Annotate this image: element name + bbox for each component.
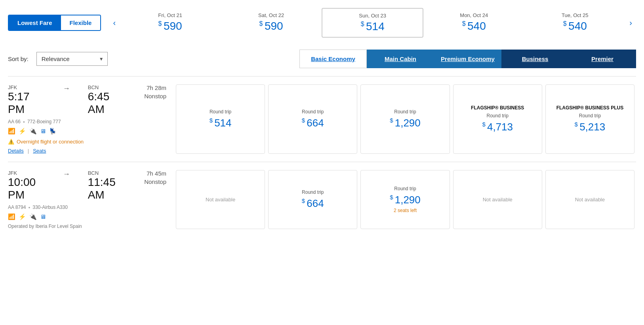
date-label: Tue, Oct 25 [527,12,623,18]
date-cell-4[interactable]: Tue, Oct 25 $ 540 [524,8,625,38]
sort-label: Sort by: [8,55,29,62]
tv-icon: 🖥 [40,213,46,220]
links-row: Details | Seats [8,148,166,154]
price-amount: $ 1,290 [390,117,421,129]
page-wrapper: Lowest Fare Flexible ‹ Fri, Oct 21 $ 590… [0,0,644,325]
lowest-fare-button[interactable]: Lowest Fare [9,15,61,30]
price-cell-1[interactable]: Round trip $ 664 [268,84,357,154]
power-icon: ⚡ [19,213,26,220]
date-price: $ 590 [122,20,218,32]
cabin-header-business[interactable]: Business [501,50,569,68]
price-amount: $ 664 [302,117,324,129]
arrow-icon: → [61,170,72,178]
round-trip-label: Round trip [394,186,416,191]
not-available-text: Not available [575,197,605,203]
seats-link[interactable]: Seats [33,148,46,154]
fare-toggle: Lowest Fare Flexible [8,15,101,31]
date-price: $ 540 [426,20,522,32]
flight-duration: 7h 28m [144,84,166,91]
cabin-header-premier[interactable]: Premier [569,50,636,68]
prev-date-arrow[interactable]: ‹ [109,18,120,27]
dot-separator: ● [28,206,30,209]
flights-container: JFK 5:17 PM → BCN 6:45 AM 7h 28m Nonstop… [8,76,636,233]
round-trip-label: Round trip [210,109,231,115]
overnight-text: Overnight flight or connection [17,139,84,145]
date-cell-3[interactable]: Mon, Oct 24 $ 540 [423,8,524,38]
link-separator: | [28,148,29,154]
arrow-icon: → [61,84,72,93]
operated-by: Operated by Iberia For Level Spain [8,224,166,229]
dest-code: BCN [88,84,124,90]
arrive-time: 6:45 AM [88,90,124,116]
depart-time: 10:00 PM [8,176,45,201]
usb-icon: 🔌 [29,128,37,135]
sort-select[interactable]: RelevancePriceDurationDepartureArrival [36,52,108,66]
flight-row-1: JFK 10:00 PM → BCN 11:45 AM 7h 45m Nonst… [8,162,636,233]
round-trip-label: Round trip [487,113,509,119]
arrive-time: 11:45 AM [88,176,124,201]
wifi-icon: 📶 [8,213,15,220]
details-link[interactable]: Details [8,148,24,154]
date-label: Fri, Oct 21 [122,12,218,18]
price-cell-2[interactable]: Round trip $ 1,290 [360,84,450,154]
tv-icon: 🖥 [40,128,46,135]
cabin-name: FLAGSHIP® BUSINESS [471,105,524,111]
date-cell-1[interactable]: Sat, Oct 22 $ 590 [221,8,322,38]
warning-icon: ⚠️ [8,139,14,145]
nonstop-label: Nonstop [144,93,166,99]
not-available-text: Not available [483,197,513,203]
price-cell-2[interactable]: Round trip $ 1,290 2 seats left [360,170,450,229]
round-trip-label: Round trip [302,189,324,195]
price-amount: $ 1,290 [390,194,421,206]
price-amount: $ 4,713 [482,121,513,133]
amenities: 📶⚡🔌🖥 [8,213,166,220]
price-cell-3-unavailable: Not available [453,170,542,229]
sort-select-wrapper: RelevancePriceDurationDepartureArrival ▼ [36,52,108,66]
flight-meta: AA 66 ● 772-Boeing 777 [8,119,166,124]
cabin-name: FLAGSHIP® BUSINESS PLUS [556,105,624,111]
price-cell-1[interactable]: Round trip $ 664 [268,170,357,229]
aircraft-type: 330-Airbus A330 [32,205,68,210]
flight-row-0: JFK 5:17 PM → BCN 6:45 AM 7h 28m Nonstop… [8,76,636,158]
cabin-header-main-cabin[interactable]: Main Cabin [367,50,434,68]
date-label: Mon, Oct 24 [426,12,522,18]
next-date-arrow[interactable]: › [625,18,636,27]
price-cell-0-unavailable: Not available [176,170,265,229]
price-cell-4-unavailable: Not available [545,170,634,229]
date-cell-2[interactable]: Sun, Oct 23 $ 514 [322,8,423,38]
round-trip-label: Round trip [394,109,416,115]
nonstop-label: Nonstop [144,178,166,185]
flight-info: JFK 5:17 PM → BCN 6:45 AM 7h 28m Nonstop… [8,84,174,154]
date-nav: ‹ Fri, Oct 21 $ 590 Sat, Oct 22 $ 590 Su… [109,8,636,38]
date-cells: Fri, Oct 21 $ 590 Sat, Oct 22 $ 590 Sun,… [120,8,625,38]
price-amount: $ 514 [210,117,232,129]
flexible-button[interactable]: Flexible [61,15,101,30]
usb-icon: 🔌 [29,213,37,220]
date-cell-0[interactable]: Fri, Oct 21 $ 590 [120,8,221,38]
cabin-header-premium-economy[interactable]: Premium Economy [434,50,501,68]
origin-code: JFK [8,170,45,176]
aircraft-type: 772-Boeing 777 [27,119,61,124]
price-cells: Not available Round trip $ 664 Round tri… [174,170,636,229]
round-trip-label: Round trip [579,113,601,119]
depart-time: 5:17 PM [8,90,45,116]
dot-separator: ● [23,120,25,124]
seat-icon: 💺 [49,128,57,135]
price-cell-4[interactable]: FLAGSHIP® BUSINESS PLUS Round trip $ 5,2… [545,84,634,154]
price-amount: $ 5,213 [575,121,606,133]
price-cell-0[interactable]: Round trip $ 514 [176,84,265,154]
date-label: Sat, Oct 22 [223,12,319,18]
price-amount: $ 664 [302,197,324,210]
date-price: $ 590 [223,20,319,32]
flight-number: AA 8794 [8,205,26,210]
flight-info: JFK 10:00 PM → BCN 11:45 AM 7h 45m Nonst… [8,170,174,229]
round-trip-label: Round trip [302,109,324,115]
cabin-header-basic-economy[interactable]: Basic Economy [299,50,367,68]
controls-row: Sort by: RelevancePriceDurationDeparture… [8,50,636,68]
origin-code: JFK [8,84,45,90]
top-bar: Lowest Fare Flexible ‹ Fri, Oct 21 $ 590… [8,8,636,38]
overnight-warning: ⚠️ Overnight flight or connection [8,139,166,145]
seats-left: 2 seats left [394,208,417,213]
date-price: $ 514 [324,20,421,33]
price-cell-3[interactable]: FLAGSHIP® BUSINESS Round trip $ 4,713 [453,84,542,154]
